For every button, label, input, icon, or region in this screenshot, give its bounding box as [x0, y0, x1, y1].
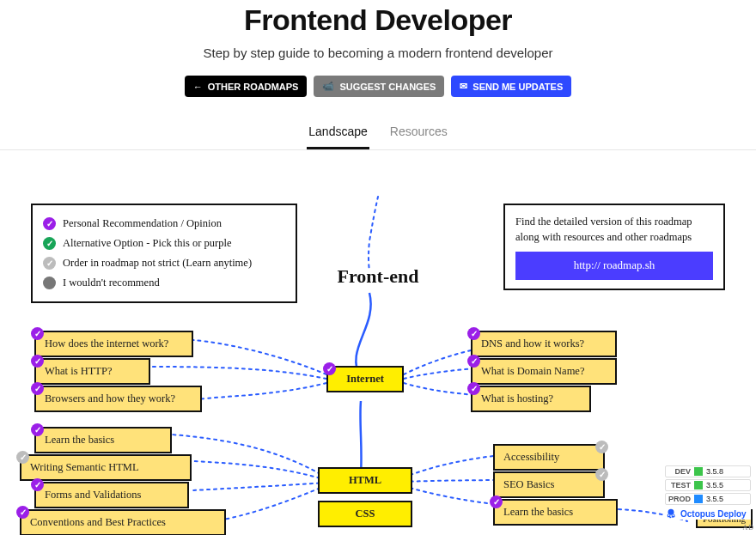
tabs: Landscape Resources [0, 118, 756, 150]
node-domain[interactable]: ✓What is Domain Name? [471, 358, 617, 385]
node-semantic[interactable]: ✓Writing Semantic HTML [20, 454, 192, 481]
check-icon: ✓ [43, 237, 56, 250]
check-icon: ✓ [323, 362, 336, 375]
svg-point-0 [668, 509, 674, 515]
node-forms[interactable]: ✓Forms and Validations [34, 482, 189, 508]
node-hosting[interactable]: ✓What is hosting? [471, 386, 591, 412]
node-browsers[interactable]: ✓Browsers and how they work? [34, 386, 202, 412]
tab-resources[interactable]: Resources [388, 118, 449, 149]
node-seo[interactable]: ✓SEO Basics [493, 471, 605, 498]
node-css-basics[interactable]: ✓Learn the basics [493, 499, 618, 526]
video-icon: 📹 [322, 81, 334, 92]
octopus-icon [665, 508, 677, 520]
promo-box: Find the detailed version of this roadma… [503, 204, 725, 290]
tab-landscape[interactable]: Landscape [307, 118, 369, 149]
send-updates-button[interactable]: ✉SEND ME UPDATES [451, 76, 571, 97]
legend-dark: I wouldn't recommend [63, 277, 160, 289]
ad-widget[interactable]: DEV3.5.8 TEST3.5.5 PROD3.5.5 Octopus Dep… [665, 464, 751, 520]
legend-green: Alternative Option - Pick this or purple [63, 237, 232, 250]
arrow-left-icon: ← [193, 82, 203, 92]
page-subtitle: Step by step guide to becoming a modern … [0, 46, 756, 60]
node-accessibility[interactable]: ✓Accessibility [493, 444, 605, 471]
ad-label: AD [742, 524, 754, 532]
page-title: Frontend Developer [0, 3, 756, 37]
node-conventions[interactable]: ✓Conventions and Best Practices [20, 509, 226, 535]
node-internet[interactable]: ✓Internet [326, 366, 404, 392]
node-what-http[interactable]: ✓What is HTTP? [34, 358, 150, 385]
legend-purple: Personal Recommendation / Opinion [63, 217, 222, 230]
mail-icon: ✉ [460, 81, 467, 92]
suggest-changes-button[interactable]: 📹SUGGEST CHANGES [314, 76, 444, 97]
node-how-internet[interactable]: ✓How does the internet work? [34, 331, 193, 357]
legend-box: ✓Personal Recommendation / Opinion ✓Alte… [31, 204, 297, 303]
node-learn-basics[interactable]: ✓Learn the basics [34, 427, 172, 453]
legend-gray: Order in roadmap not strict (Learn anyti… [63, 257, 252, 270]
node-html[interactable]: HTML [318, 467, 412, 494]
roadmap-canvas: ✓Personal Recommendation / Opinion ✓Alte… [0, 155, 756, 533]
node-css[interactable]: CSS [318, 501, 412, 527]
promo-link-button[interactable]: http:// roadmap.sh [515, 252, 713, 280]
other-roadmaps-button[interactable]: ←OTHER ROADMAPS [185, 76, 308, 97]
dot-icon [43, 277, 56, 289]
check-icon: ✓ [43, 217, 56, 230]
roadmap-title: Front-end [338, 265, 419, 288]
node-dns[interactable]: ✓DNS and how it works? [471, 331, 617, 357]
promo-text: Find the detailed version of this roadma… [515, 214, 713, 245]
check-icon: ✓ [43, 257, 56, 270]
